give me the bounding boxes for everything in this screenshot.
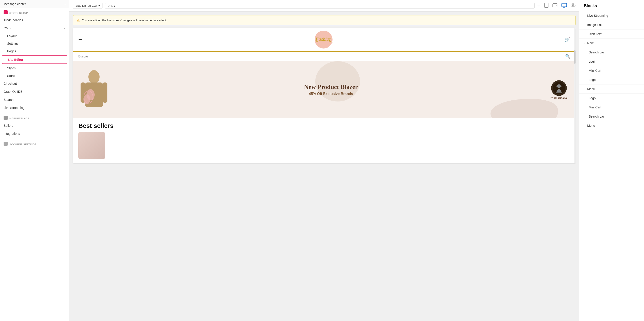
- tablet-icon[interactable]: [551, 2, 558, 9]
- preview-search-bar[interactable]: 🔍: [73, 52, 576, 61]
- sidebar-subitem-settings[interactable]: Settings: [0, 40, 69, 47]
- logo-circle: Fashion: [314, 31, 332, 48]
- block-item-0[interactable]: ›Live Streaming: [579, 11, 644, 20]
- scrollbar-thumb[interactable]: [574, 50, 576, 64]
- sidebar-item-search[interactable]: Search ›: [0, 96, 69, 104]
- scrollbar-track[interactable]: [574, 28, 576, 163]
- sidebar-item-graphql[interactable]: GraphQL IDE: [0, 88, 69, 96]
- block-item-12[interactable]: ›Menu: [579, 121, 644, 130]
- block-item-1[interactable]: ›Image List: [579, 20, 644, 29]
- sidebar: Message center › STORE SETUP Trade polic…: [0, 0, 69, 321]
- block-item-4[interactable]: Search bar: [579, 48, 644, 57]
- account-settings-icon: [4, 142, 8, 146]
- chevron-right-icon: ›: [584, 42, 584, 44]
- banner-subtitle: 45% Off Exclusive Brands: [114, 92, 548, 96]
- logo-text: Fashion: [312, 32, 335, 47]
- blob-decoration-2: [490, 99, 558, 118]
- account-settings-section: ACCOUNT SETTINGS: [0, 139, 69, 148]
- sidebar-item-cms[interactable]: CMS ∨: [0, 24, 69, 32]
- fashionable-label: FASHIONABLE: [550, 97, 568, 99]
- notice-text: You are editing the live store. Changes …: [82, 18, 167, 22]
- svg-point-6: [572, 4, 574, 6]
- svg-text:Fashion: Fashion: [315, 36, 332, 42]
- toolbar: Spanish (es-CO) ▾ URL / ⊹: [69, 0, 579, 12]
- chevron-right-icon: ›: [65, 124, 66, 127]
- sidebar-item-integrations[interactable]: Integrations ›: [0, 130, 69, 138]
- store-logo: Fashion: [314, 31, 332, 48]
- store-setup-icon: [4, 10, 8, 14]
- svg-point-3: [556, 5, 557, 5]
- cart-icon[interactable]: 🛒: [564, 37, 570, 42]
- block-item-6[interactable]: Mini Cart: [579, 66, 644, 75]
- sidebar-subitem-pages[interactable]: Pages: [0, 47, 69, 55]
- block-label: Row: [587, 41, 594, 45]
- svg-point-5: [571, 3, 575, 7]
- block-label: Login: [589, 60, 596, 63]
- banner-title: New Product Blazer: [114, 83, 548, 91]
- block-item-11[interactable]: Search bar: [579, 112, 644, 121]
- block-label: Mini Cart: [589, 105, 601, 109]
- chevron-right-icon: ›: [584, 24, 584, 26]
- sidebar-subitem-layout[interactable]: Layout: [0, 32, 69, 40]
- chevron-right-icon: ›: [65, 132, 66, 135]
- block-label: Live Streaming: [587, 14, 608, 17]
- search-input[interactable]: [78, 54, 563, 58]
- device-icons: [543, 2, 568, 10]
- sidebar-item-sellers[interactable]: Sellers ›: [0, 122, 69, 130]
- block-label: Image List: [587, 23, 602, 26]
- sidebar-item-message-center[interactable]: Message center ›: [0, 0, 69, 8]
- banner: New Product Blazer 45% Off Exclusive Bra…: [73, 61, 576, 118]
- block-item-3[interactable]: ›Row: [579, 39, 644, 48]
- block-label: Search bar: [589, 115, 604, 118]
- best-sellers-section: Best sellers: [73, 118, 576, 163]
- sidebar-item-checkout[interactable]: Checkout: [0, 80, 69, 88]
- chevron-down-icon: ∨: [63, 26, 66, 30]
- svg-rect-12: [102, 82, 108, 103]
- marketplace-icon: [4, 116, 8, 120]
- notice-bar: ⚠ You are editing the live store. Change…: [73, 15, 576, 25]
- marketplace-section: MARKETPLACE: [0, 114, 69, 122]
- panel-title: Blocks: [579, 0, 644, 11]
- url-bar[interactable]: URL /: [105, 3, 534, 9]
- url-label: URL: [108, 4, 114, 7]
- svg-point-15: [84, 94, 90, 104]
- mobile-icon[interactable]: [543, 2, 550, 10]
- sidebar-item-trade-policies[interactable]: Trade policies: [0, 16, 69, 24]
- store-setup-section: STORE SETUP: [0, 8, 69, 16]
- block-item-5[interactable]: Login: [579, 57, 644, 66]
- chevron-right-icon: ›: [584, 14, 584, 17]
- block-label: Search bar: [589, 50, 604, 54]
- block-item-9[interactable]: Logo: [579, 94, 644, 103]
- editor-area: ⚠ You are editing the live store. Change…: [69, 12, 579, 321]
- search-icon: 🔍: [565, 54, 570, 59]
- store-header: ☰ Fashion 🛒: [73, 28, 576, 52]
- eye-icon[interactable]: [570, 3, 576, 8]
- block-item-10[interactable]: Mini Cart: [579, 103, 644, 112]
- desktop-icon[interactable]: [560, 2, 568, 9]
- sidebar-subitem-styles[interactable]: Styles: [0, 64, 69, 72]
- language-label: Spanish (es-CO): [76, 4, 97, 7]
- block-item-8[interactable]: ›Menu: [579, 84, 644, 94]
- sidebar-subitem-site-editor[interactable]: Site Editor: [2, 55, 67, 64]
- product-preview: [78, 132, 105, 159]
- hamburger-icon[interactable]: ☰: [78, 37, 82, 42]
- cursor-icon[interactable]: ⊹: [537, 3, 540, 8]
- fashionable-circle: FASHION: [551, 80, 567, 96]
- chevron-down-icon: ▾: [98, 4, 100, 7]
- language-select[interactable]: Spanish (es-CO) ▾: [73, 3, 102, 9]
- svg-point-18: [557, 84, 561, 88]
- chevron-right-icon: ›: [584, 124, 584, 127]
- svg-rect-4: [562, 3, 566, 7]
- svg-point-1: [546, 7, 547, 7]
- sidebar-subitem-store[interactable]: Store: [0, 72, 69, 80]
- sidebar-item-live-streaming[interactable]: Live Streaming ›: [0, 104, 69, 112]
- chevron-right-icon: ›: [65, 98, 66, 101]
- block-label: Menu: [587, 87, 595, 91]
- main-content: Spanish (es-CO) ▾ URL / ⊹ ⚠ You are: [69, 0, 579, 321]
- block-item-2[interactable]: Rich Text: [579, 29, 644, 39]
- preview-frame: ☰ Fashion 🛒: [73, 28, 576, 163]
- block-item-7[interactable]: Logo: [579, 75, 644, 84]
- block-label: Rich Text: [589, 32, 602, 36]
- block-label: Menu: [587, 124, 595, 127]
- chevron-right-icon: ›: [65, 2, 66, 5]
